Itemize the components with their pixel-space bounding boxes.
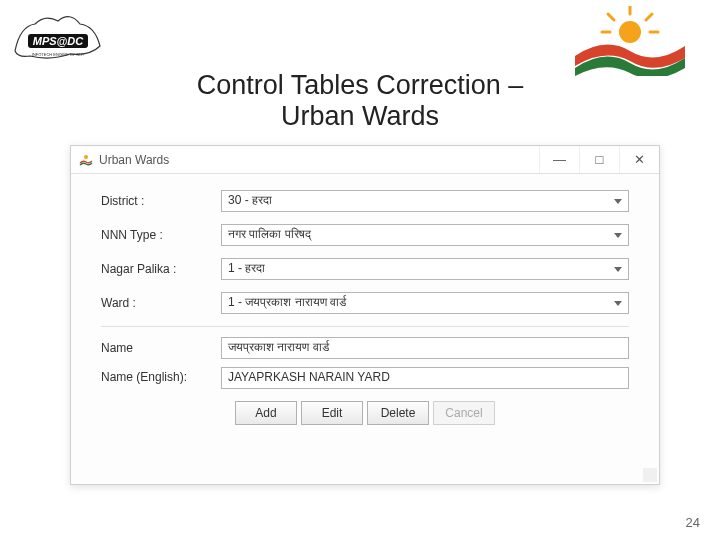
page-title-line1: Control Tables Correction – <box>197 70 524 100</box>
button-row: Add Edit Delete Cancel <box>101 401 629 425</box>
district-select[interactable]: 30 - हरदा <box>221 190 629 212</box>
window-titlebar: Urban Wards — □ ✕ <box>71 146 659 174</box>
svg-point-9 <box>84 155 88 159</box>
svg-text:INFOTECH ENGINE OF M.P.: INFOTECH ENGINE OF M.P. <box>32 52 84 57</box>
page-title-line2: Urban Wards <box>0 101 720 132</box>
page-number: 24 <box>686 515 700 530</box>
nagar-palika-select[interactable]: 1 - हरदा <box>221 258 629 280</box>
svg-point-3 <box>619 21 641 43</box>
name-english-input[interactable]: JAYAPRKASH NARAIN YARD <box>221 367 629 389</box>
district-label: District : <box>101 194 221 208</box>
ward-select[interactable]: 1 - जयप्रकाश नारायण वार्ड <box>221 292 629 314</box>
page-title: Control Tables Correction – Urban Wards <box>0 70 720 132</box>
maximize-button[interactable]: □ <box>579 146 619 173</box>
window-title: Urban Wards <box>99 153 169 167</box>
section-divider <box>101 326 629 327</box>
delete-button[interactable]: Delete <box>367 401 429 425</box>
nagar-palika-label: Nagar Palika : <box>101 262 221 276</box>
minimize-button[interactable]: — <box>539 146 579 173</box>
name-english-label: Name (English): <box>101 371 221 384</box>
add-button[interactable]: Add <box>235 401 297 425</box>
svg-line-5 <box>608 14 614 20</box>
ward-label: Ward : <box>101 296 221 310</box>
app-icon <box>79 153 93 167</box>
nnn-type-label: NNN Type : <box>101 228 221 242</box>
name-label: Name <box>101 341 221 355</box>
nnn-type-select[interactable]: नगर पालिका परिषद् <box>221 224 629 246</box>
sun-wave-logo <box>570 6 690 76</box>
edit-button[interactable]: Edit <box>301 401 363 425</box>
mpsedc-logo: MPS@DC INFOTECH ENGINE OF M.P. <box>10 6 110 66</box>
svg-text:MPS@DC: MPS@DC <box>33 35 85 47</box>
resize-grip[interactable] <box>643 468 657 482</box>
urban-wards-window: Urban Wards — □ ✕ District : 30 - हरदा N… <box>70 145 660 485</box>
name-input[interactable]: जयप्रकाश नारायण वार्ड <box>221 337 629 359</box>
svg-line-6 <box>646 14 652 20</box>
cancel-button: Cancel <box>433 401 495 425</box>
close-button[interactable]: ✕ <box>619 146 659 173</box>
